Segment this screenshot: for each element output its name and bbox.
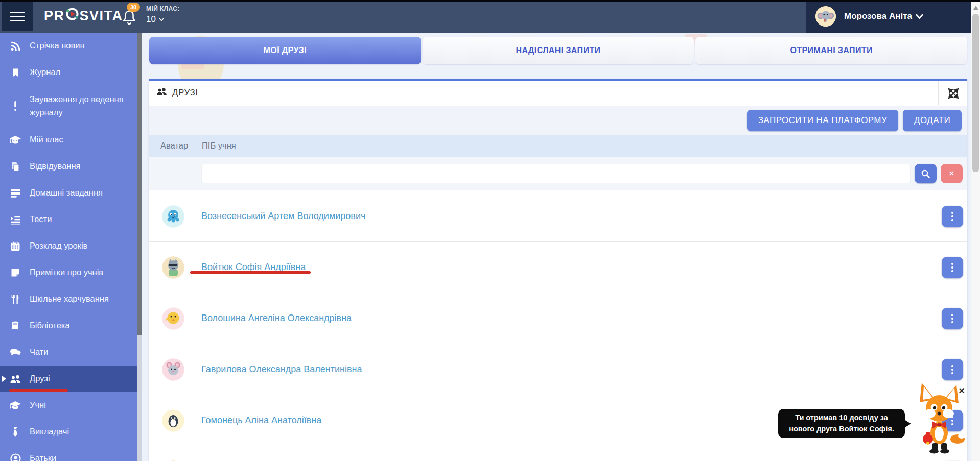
table-header: Аватар ПІБ учня xyxy=(149,135,967,157)
sidebar-item-label: Зауваження до ведення журналу xyxy=(30,93,137,119)
user-name: Морозова Аніта xyxy=(844,11,912,21)
tab-label: МОЇ ДРУЗІ xyxy=(264,46,307,55)
page-scrollbar-thumb[interactable] xyxy=(972,14,979,172)
class-label: МІЙ КЛАС: xyxy=(146,5,180,12)
brand-logo[interactable]: PRSVITA xyxy=(44,7,123,25)
row-kebab-menu-button[interactable] xyxy=(942,206,963,227)
homework-icon xyxy=(9,187,21,199)
tab-2[interactable]: ОТРИМАНІ ЗАПИТИ xyxy=(695,37,967,64)
sidebar-item-graduation-cap-3[interactable]: Мій клас xyxy=(0,127,137,153)
book-icon xyxy=(9,320,21,332)
search-button[interactable] xyxy=(915,164,937,183)
brand-text-right: SVITA xyxy=(80,8,123,24)
user-avatar[interactable] xyxy=(815,6,836,27)
sidebar-item-rss-0[interactable]: Стрічка новин xyxy=(0,33,137,59)
chevron-down-icon xyxy=(158,17,165,22)
notifications-count-badge: 30 xyxy=(127,3,140,12)
sidebar-item-label: Викладачі xyxy=(30,425,73,439)
sidebar-item-utensils-9[interactable]: Шкільне харчування xyxy=(0,286,137,312)
clear-search-button[interactable]: × xyxy=(941,164,963,183)
tests-icon xyxy=(9,213,21,226)
friends-card: ДРУЗІ ЗАПРОСИТИ НА ПЛАТФОРМУ ДОДАТИ Ават… xyxy=(149,79,967,461)
sidebar-item-label: Домашні завдання xyxy=(30,186,107,200)
sidebar-item-graduation-cap-13[interactable]: Учні xyxy=(0,392,137,419)
friend-avatar xyxy=(162,205,184,228)
annotation-underline-friend-name xyxy=(190,271,311,274)
note-icon xyxy=(9,266,21,279)
sidebar-item-label: Друзі xyxy=(30,372,54,385)
window-top-line xyxy=(0,0,980,2)
invite-to-platform-button[interactable]: ЗАПРОСИТИ НА ПЛАТФОРМУ xyxy=(747,110,898,131)
chat-icon xyxy=(9,346,21,358)
main-content: МОЇ ДРУЗІНАДІСЛАНІ ЗАПИТИОТРИМАНІ ЗАПИТИ… xyxy=(142,33,971,461)
sidebar-scrollbar-thumb[interactable] xyxy=(137,33,142,335)
sidebar-item-book-10[interactable]: Бібліотека xyxy=(0,312,137,339)
app-root: PRSVITA 30 МІЙ КЛАС: 10 Морозова Аніта С… xyxy=(0,0,980,461)
sidebar-item-users-12[interactable]: Друзі xyxy=(0,366,137,392)
sidebar-item-label: Учні xyxy=(30,399,50,412)
tab-1[interactable]: НАДІСЛАНІ ЗАПИТИ xyxy=(423,37,694,64)
sidebar-item-calendar-7[interactable]: Розклад уроків xyxy=(0,233,137,259)
users-icon xyxy=(9,373,21,385)
sidebar-item-tests-6[interactable]: Тести xyxy=(0,206,137,233)
friend-name-link[interactable]: Гомонець Аліна Анатоліївна xyxy=(201,415,321,426)
row-kebab-menu-button[interactable] xyxy=(942,308,963,329)
sidebar-item-label: Батьки xyxy=(30,452,60,461)
column-header-avatar: Аватар xyxy=(160,141,199,151)
tie-icon xyxy=(9,426,21,438)
annotation-underline-sidebar-friends xyxy=(9,389,68,392)
topbar-user-area: Морозова Аніта xyxy=(806,0,971,33)
brand-text-left: PR xyxy=(44,8,65,24)
toast-message: Ти отримав 10 досвіду за нового друга Во… xyxy=(778,409,905,438)
class-dropdown[interactable]: 10 xyxy=(146,14,180,25)
sidebar-item-homework-5[interactable]: Домашні завдання xyxy=(0,180,137,206)
calendar-icon xyxy=(9,240,21,252)
bookmark-icon xyxy=(9,66,21,79)
row-kebab-menu-button[interactable] xyxy=(942,257,963,278)
sidebar-item-label: Відвідування xyxy=(30,160,85,173)
user-menu[interactable]: Морозова Аніта xyxy=(844,11,923,21)
add-friend-button[interactable]: ДОДАТИ xyxy=(903,110,962,131)
friend-avatar xyxy=(162,358,184,381)
sidebar-item-label: Журнал xyxy=(30,66,64,79)
sidebar-item-pages-4[interactable]: Відвідування xyxy=(0,153,137,180)
friend-name-link[interactable]: Гаврилова Олександра Валентинівна xyxy=(201,364,362,375)
sidebar-item-chat-11[interactable]: Чати xyxy=(0,339,137,366)
exclamation-icon xyxy=(9,100,21,112)
notifications-bell-icon[interactable] xyxy=(122,9,139,27)
sidebar-item-label: Шкільне харчування xyxy=(30,293,113,306)
class-value: 10 xyxy=(146,14,156,25)
friend-avatar xyxy=(162,256,184,279)
row-kebab-menu-button[interactable] xyxy=(942,359,963,380)
page-scrollbar[interactable] xyxy=(971,2,980,461)
brand-o-icon xyxy=(65,7,79,25)
friend-avatar xyxy=(162,307,184,330)
friend-row xyxy=(149,446,967,461)
sidebar-item-tie-14[interactable]: Викладачі xyxy=(0,419,137,445)
friend-row: Войтюк Софія Андріївна xyxy=(149,242,967,293)
friend-name-link[interactable]: Волошина Ангеліна Олександрівна xyxy=(201,313,352,324)
hamburger-menu-button[interactable] xyxy=(2,2,33,31)
toast-close-icon[interactable]: × xyxy=(956,385,967,396)
kebab-icon xyxy=(951,365,954,375)
sidebar-scrollbar[interactable] xyxy=(137,33,142,461)
sidebar-item-label: Чати xyxy=(30,346,53,359)
search-input[interactable] xyxy=(201,164,911,183)
card-title: ДРУЗІ xyxy=(172,88,198,98)
users-icon xyxy=(156,86,167,100)
topbar: PRSVITA 30 МІЙ КЛАС: 10 Морозова Аніта xyxy=(0,0,980,33)
sidebar-item-note-8[interactable]: Примітки про учнів xyxy=(0,259,137,286)
sidebar-item-label: Мій клас xyxy=(30,133,67,147)
sidebar-item-bookmark-1[interactable]: Журнал xyxy=(0,59,137,86)
sidebar-item-exclamation-2[interactable]: Зауваження до ведення журналу xyxy=(0,86,137,127)
friend-name-link[interactable]: Вознесенський Артем Володимирович xyxy=(201,211,365,222)
expand-icon[interactable] xyxy=(947,87,960,100)
sidebar-item-user-circle-15[interactable]: Батьки xyxy=(0,445,137,461)
utensils-icon xyxy=(9,293,21,305)
tab-0[interactable]: МОЇ ДРУЗІ xyxy=(149,37,421,64)
sidebar-item-label: Стрічка новин xyxy=(30,39,89,53)
friend-row: Волошина Ангеліна Олександрівна xyxy=(149,293,967,344)
class-selector: МІЙ КЛАС: 10 xyxy=(146,5,180,25)
kebab-icon xyxy=(951,211,954,222)
scrollbar-up-arrow[interactable] xyxy=(973,6,978,10)
